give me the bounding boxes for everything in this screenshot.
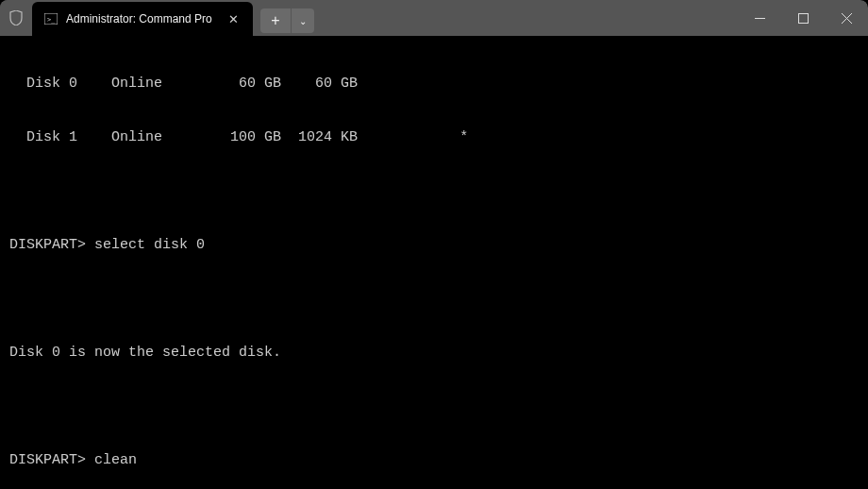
svg-text:>_: >_: [47, 16, 56, 24]
minimize-button[interactable]: [738, 0, 781, 36]
tab-action-group: + ⌄: [260, 6, 314, 36]
new-tab-button[interactable]: +: [260, 8, 291, 33]
blank-line: [9, 286, 859, 313]
disk-row: Disk 1 Online 100 GB 1024 KB *: [9, 125, 859, 152]
close-button[interactable]: [825, 0, 868, 36]
tab-close-button[interactable]: ✕: [225, 10, 242, 27]
terminal-output[interactable]: Disk 0 Online 60 GB 60 GB Disk 1 Online …: [0, 36, 868, 489]
svg-rect-3: [798, 13, 808, 23]
tab-dropdown-button[interactable]: ⌄: [292, 8, 314, 33]
blank-line: [9, 394, 859, 421]
maximize-button[interactable]: [781, 0, 825, 36]
blank-line: [9, 178, 859, 206]
prompt-line: DISKPART> select disk 0: [9, 232, 859, 260]
shield-icon: [0, 0, 32, 36]
tab-title: Administrator: Command Pro: [66, 12, 217, 25]
disk-row: Disk 0 Online 60 GB 60 GB: [9, 71, 859, 98]
output-line: Disk 0 is now the selected disk.: [9, 340, 859, 367]
cmd-icon: >_: [43, 11, 58, 26]
titlebar: >_ Administrator: Command Pro ✕ + ⌄: [0, 0, 868, 36]
active-tab[interactable]: >_ Administrator: Command Pro ✕: [32, 2, 253, 36]
prompt-line: DISKPART> clean: [9, 447, 859, 475]
window-controls: [738, 0, 868, 36]
